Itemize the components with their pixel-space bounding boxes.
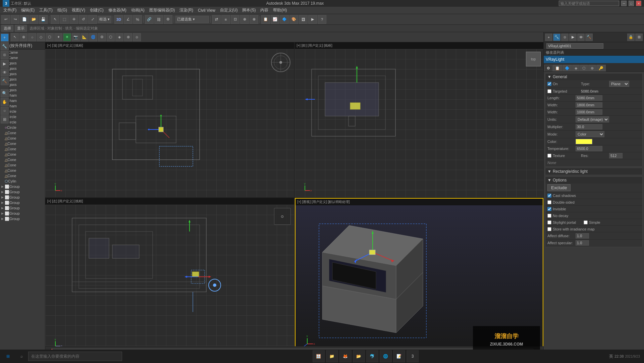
display-filter-btn[interactable]: 显示 bbox=[15, 25, 27, 32]
create-icon[interactable]: + bbox=[1, 34, 9, 42]
strip-extra2[interactable]: ◈ bbox=[115, 33, 123, 41]
redo-btn[interactable]: ↪ bbox=[11, 15, 19, 24]
strip-extra4[interactable]: ⛭ bbox=[133, 33, 141, 41]
tree-item-cone7[interactable]: △ Cone bbox=[0, 162, 45, 168]
strip-particles[interactable]: ✦ bbox=[54, 33, 62, 41]
texture-checkbox[interactable] bbox=[547, 154, 551, 158]
viewport-top[interactable]: X Y [+] [顶] [用户定义] [线框] bbox=[45, 42, 294, 197]
align-normal-btn[interactable]: ⊗ bbox=[250, 15, 258, 24]
close-btn[interactable]: ✕ bbox=[636, 1, 641, 6]
bind-btn[interactable]: ⚙ bbox=[164, 15, 172, 24]
menu-graph-editor[interactable]: 图形编辑器(D) bbox=[147, 7, 177, 14]
create-tab[interactable]: + bbox=[545, 34, 552, 41]
reference-dropdown[interactable]: 框选 ▾ bbox=[98, 16, 111, 23]
menu-view[interactable]: 视图(V) bbox=[70, 7, 87, 14]
prop-tab-6[interactable]: ⊕ bbox=[588, 65, 596, 71]
menu-script[interactable]: 脚本(S) bbox=[240, 7, 258, 14]
strip-pointer[interactable]: ↖ bbox=[11, 33, 19, 41]
tree-item-cone5[interactable]: △ Cone bbox=[0, 152, 45, 157]
taskbar-app-3[interactable]: 🦊 bbox=[339, 350, 352, 362]
modify-icon[interactable]: 🔧 bbox=[1, 42, 9, 50]
viewport-front-nav[interactable]: top bbox=[526, 52, 541, 66]
windows-start-btn[interactable]: ⊞ bbox=[1, 350, 15, 362]
mode-select[interactable]: ColorTemperature bbox=[576, 131, 604, 137]
util-icon[interactable]: 🔨 bbox=[1, 77, 9, 85]
maximize-vp-icon[interactable]: ⊞ bbox=[1, 115, 9, 123]
snap-3d-btn[interactable]: 3D bbox=[114, 15, 123, 24]
prop-tab-general[interactable]: ⚙ bbox=[544, 65, 552, 71]
tree-item-cone9[interactable]: △ Cone bbox=[0, 173, 45, 178]
tree-item-group7[interactable]: ▶ ⬜ Group bbox=[0, 216, 45, 221]
select-filter-btn[interactable]: 选择 bbox=[1, 25, 13, 32]
type-select[interactable]: PlaneDiscSphereMesh bbox=[609, 81, 629, 87]
store-irradiance-checkbox[interactable] bbox=[547, 227, 551, 231]
hierarchy-tab[interactable]: ⛭ bbox=[561, 34, 569, 41]
taskbar-app-7[interactable]: 📝 bbox=[393, 350, 405, 362]
no-decay-checkbox[interactable] bbox=[547, 214, 551, 218]
select-region-btn[interactable]: ⬚ bbox=[60, 15, 69, 24]
cast-shadows-checkbox[interactable] bbox=[547, 194, 551, 198]
viewport-front-header[interactable]: [+] [前] [用户定义] [线框] bbox=[295, 42, 544, 49]
strip-spline[interactable]: ◇ bbox=[37, 33, 45, 41]
strip-system[interactable]: ⚙ bbox=[98, 33, 106, 41]
prop-tab-7[interactable]: 🔑 bbox=[596, 65, 606, 71]
taskbar-app-6[interactable]: 🌐 bbox=[380, 350, 392, 362]
menu-custom[interactable]: 自定义(U) bbox=[218, 7, 240, 14]
simple-checkbox[interactable] bbox=[584, 220, 588, 224]
multiplier-input[interactable] bbox=[576, 124, 602, 129]
options-section-header[interactable]: ▼ Options bbox=[545, 177, 642, 184]
strip-extra1[interactable]: ⬡ bbox=[107, 33, 115, 41]
schematic-view-btn[interactable]: 🔷 bbox=[280, 15, 289, 24]
strip-lights[interactable]: ☀ bbox=[63, 33, 71, 41]
viewport-front[interactable]: top X Y [+] [前] [用户定义] [线框] bbox=[295, 42, 544, 197]
tree-item-cone4[interactable]: △ Cone bbox=[0, 146, 45, 152]
skylight-portal-checkbox[interactable] bbox=[547, 220, 551, 224]
strip-pivot[interactable]: ⊕ bbox=[19, 33, 28, 41]
strip-shapes[interactable]: ○ bbox=[28, 33, 36, 41]
strip-helper[interactable]: 📐 bbox=[80, 33, 89, 41]
zoom-icon[interactable]: 🔍 bbox=[1, 89, 9, 97]
targeted-checkbox[interactable] bbox=[547, 89, 551, 93]
align-hilight-btn[interactable]: ⊕ bbox=[240, 15, 249, 24]
taskbar-app-3ds[interactable]: 3 bbox=[407, 350, 419, 362]
motion-tab[interactable]: ▶ bbox=[569, 34, 577, 41]
viewport-left-gizmo[interactable]: ⊙ bbox=[274, 208, 291, 225]
units-select[interactable]: Default (image)PhotometricRadiometric bbox=[576, 116, 609, 122]
move-btn[interactable]: ✛ bbox=[69, 15, 78, 24]
tree-item-group3[interactable]: ▶ ⬜ Group bbox=[0, 195, 45, 200]
rotate-btn[interactable]: ↺ bbox=[79, 15, 88, 24]
tree-item-group4[interactable]: ▶ ⬜ Group bbox=[0, 200, 45, 205]
tree-item-cone8[interactable]: △ Cone bbox=[0, 168, 45, 173]
taskbar-app-4[interactable]: 📂 bbox=[353, 350, 365, 362]
affect-specular-input[interactable] bbox=[576, 240, 589, 246]
display-icon[interactable]: 👁 bbox=[1, 68, 9, 76]
hierarchy-icon[interactable]: ⛭ bbox=[1, 51, 9, 59]
modifier-name-input[interactable] bbox=[546, 43, 603, 49]
tree-item-cylin[interactable]: ⬡ Cylin bbox=[0, 178, 45, 184]
strip-extra3[interactable]: ⊕ bbox=[124, 33, 132, 41]
viewport-top-header[interactable]: [+] [顶] [用户定义] [线框] bbox=[45, 42, 294, 49]
minimize-btn[interactable]: ─ bbox=[621, 1, 627, 6]
render-btn[interactable]: ▶ bbox=[308, 15, 317, 24]
render-scene-btn[interactable]: 🖼 bbox=[299, 15, 308, 24]
menu-create[interactable]: 创建(C) bbox=[88, 7, 106, 14]
on-checkbox[interactable] bbox=[547, 82, 551, 86]
snap-angle-btn[interactable]: ∠ bbox=[124, 15, 132, 24]
tree-item-cone1[interactable]: △ Cone bbox=[0, 130, 45, 136]
exclude-btn[interactable]: Exclude bbox=[547, 184, 571, 191]
menu-tools[interactable]: 工具(T) bbox=[37, 7, 54, 14]
taskbar-search[interactable]: ⌕ bbox=[15, 350, 28, 362]
temperature-input[interactable] bbox=[576, 146, 602, 151]
mirror-btn[interactable]: ⇄ bbox=[212, 15, 221, 24]
prop-tab-3[interactable]: 🔷 bbox=[562, 65, 572, 71]
menu-civil-view[interactable]: Civil View bbox=[196, 7, 217, 13]
save-btn[interactable]: 💾 bbox=[39, 15, 48, 24]
tree-item-cone3[interactable]: △ Cone bbox=[0, 141, 45, 146]
align-view-btn[interactable]: ⊡ bbox=[231, 15, 239, 24]
mat-editor-btn[interactable]: 🎨 bbox=[289, 15, 298, 24]
strip-compound[interactable]: ⬡ bbox=[46, 33, 54, 41]
tree-item-group1[interactable]: ▶ ⬜ Group bbox=[0, 184, 45, 189]
prop-tab-5[interactable]: ⬡ bbox=[580, 65, 588, 71]
link-btn[interactable]: 🔗 bbox=[145, 15, 154, 24]
curve-editor-btn[interactable]: 📈 bbox=[271, 15, 279, 24]
